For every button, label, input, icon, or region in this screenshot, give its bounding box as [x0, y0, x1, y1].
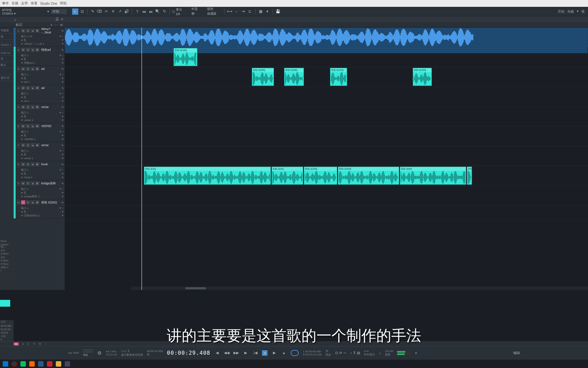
studioone-icon[interactable]: [38, 361, 44, 367]
record-button[interactable]: ●: [31, 86, 35, 90]
audio-clip[interactable]: 音轨.2(94): [400, 167, 466, 185]
lane-5[interactable]: [65, 107, 588, 126]
quantize-dropdown[interactable]: 量化 1/2: [176, 7, 191, 16]
track-name[interactable]: verse: [40, 105, 61, 109]
lane-4[interactable]: [65, 87, 588, 107]
grid1-icon[interactable]: ▦: [258, 9, 264, 15]
track-3[interactable]: 3 M S ● ◐ ad ∿ 输入 L▾ ○ ● 无▾ ⊳ ad 1▾: [16, 66, 65, 85]
monitor-button[interactable]: ◐: [35, 29, 39, 33]
mute-button[interactable]: M: [21, 67, 25, 71]
metro-icon[interactable]: ⊡: [335, 351, 338, 355]
solo-button[interactable]: S: [26, 67, 30, 71]
app-icon[interactable]: [47, 361, 52, 367]
edge-icon[interactable]: [3, 361, 8, 367]
automation-icon[interactable]: ∿: [61, 48, 64, 51]
snap3-icon[interactable]: ⊏: [247, 9, 253, 15]
automation-icon[interactable]: ∿: [14, 18, 16, 22]
track-name[interactable]: 特效ad: [40, 48, 61, 52]
scroll-thumb[interactable]: [185, 287, 206, 289]
solo-button[interactable]: S: [26, 143, 30, 147]
automation-icon[interactable]: ∿: [61, 201, 64, 204]
playhead[interactable]: [142, 28, 142, 290]
record-button[interactable]: ●: [31, 48, 35, 52]
arrow-tool[interactable]: ▸: [72, 9, 78, 15]
automation-icon[interactable]: ∿: [61, 163, 64, 166]
stop-button[interactable]: ■: [262, 350, 267, 356]
draw-tool[interactable]: ✎: [89, 9, 96, 15]
record-button[interactable]: ●: [31, 200, 35, 204]
monitor-button[interactable]: ◐: [35, 181, 39, 185]
audio-clip[interactable]: 音轨.2(22): [144, 167, 271, 185]
preroll-icon[interactable]: ⟳: [339, 351, 342, 355]
automation-icon[interactable]: ∿: [61, 29, 64, 32]
solo-button[interactable]: S: [26, 86, 30, 90]
proj-tab[interactable]: 项: [581, 9, 585, 14]
lp-eq[interactable]: 均衡器: [0, 28, 14, 34]
snap1-icon[interactable]: ▫: [233, 9, 240, 15]
status-i1[interactable]: ⊙: [27, 342, 30, 346]
count-icon[interactable]: ⤻: [343, 351, 346, 355]
metro-toggle[interactable]: 关: [326, 349, 331, 353]
status-i4[interactable]: ⋯: [45, 342, 47, 346]
menu-help[interactable]: 帮助: [60, 1, 67, 6]
status-i2[interactable]: ✎: [33, 342, 35, 346]
mute-button[interactable]: M: [21, 86, 25, 90]
automation-icon[interactable]: ∿: [61, 67, 64, 71]
lane-3[interactable]: 音轨.6(350) 音轨.6(186) 音轨.6(116) 音轨.6(193): [65, 67, 588, 87]
track-name[interactable]: ad: [40, 67, 61, 71]
monitor-button[interactable]: ◐: [35, 48, 39, 52]
tempo-value[interactable]: 120.00: [385, 350, 393, 353]
monitor-button[interactable]: ◐: [35, 200, 39, 204]
monitor-button[interactable]: ◐: [35, 162, 39, 166]
forward-icon[interactable]: ⏭: [148, 9, 154, 15]
grid2-icon[interactable]: ▾: [264, 9, 271, 15]
record-button[interactable]: ●: [31, 181, 35, 185]
lane-9[interactable]: [65, 186, 588, 205]
menu-studioone[interactable]: Studio One: [40, 2, 57, 5]
lp-drums[interactable]: 鼓: [0, 34, 14, 40]
horizontal-scrollbar[interactable]: [131, 287, 588, 290]
tempo-icon[interactable]: ♩: [379, 351, 381, 355]
mute-tool[interactable]: ✕: [110, 9, 116, 15]
loop-icon[interactable]: ↻: [161, 9, 167, 15]
track-6[interactable]: 6 M S ● ◐ VERSE ∿ 输入 L▾ ○ ● 无▾ ⊳ VERSE 1…: [16, 123, 65, 142]
menu-view[interactable]: 查看: [31, 1, 37, 6]
prev-marker-button[interactable]: ◀: [214, 350, 220, 356]
status-solo-icon[interactable]: S: [22, 342, 24, 346]
next-marker-button[interactable]: ▶: [243, 350, 248, 356]
zoom-icon[interactable]: 🔍: [154, 9, 161, 15]
automation-icon[interactable]: ∿: [61, 105, 64, 109]
edit-label[interactable]: 编辑: [513, 351, 520, 355]
add-track-icon[interactable]: +: [61, 17, 63, 22]
monitor-button[interactable]: ◐: [35, 143, 39, 147]
play-button[interactable]: ▶: [272, 350, 277, 356]
lane-1[interactable]: [65, 28, 588, 47]
rtz-button[interactable]: |◀: [252, 350, 258, 356]
track-4[interactable]: 4 M S ● ◐ ad ∿ 输入 L▾ ○ ● 无▾ ⊳ ad 1▾: [16, 85, 65, 104]
record-button[interactable]: ●: [31, 143, 35, 147]
song-tab[interactable]: 乐曲: [567, 9, 574, 14]
timebase-dropdown[interactable]: 时基 秒: [192, 7, 207, 16]
automation-icon[interactable]: ∿: [61, 86, 64, 90]
marker-menu-icon[interactable]: ⋯: [54, 23, 58, 27]
obs-icon[interactable]: [12, 361, 17, 367]
track-10[interactable]: 10 M S ● ◐ 音轨 6(302) ∿ 输入 L▾ ○ ● 无▾ ⊳ 音轨…: [16, 199, 65, 218]
click3-icon[interactable]: ▤: [357, 351, 360, 355]
add-marker-icon[interactable]: +: [50, 23, 52, 27]
menu-audio[interactable]: 音频: [12, 1, 18, 6]
menu-event[interactable]: 事件: [2, 1, 9, 6]
record-button[interactable]: ●: [31, 105, 35, 109]
explorer-icon[interactable]: [56, 361, 61, 367]
start-tab[interactable]: 开始: [558, 9, 565, 14]
track-name[interactable]: hook: [40, 163, 61, 166]
clip-beat[interactable]: [65, 28, 588, 47]
solo-button[interactable]: S: [26, 29, 30, 33]
list-icon[interactable]: ☰: [55, 17, 59, 22]
track-1[interactable]: 1 M S ● ◐ Slimy7 -...Beat ∿ 输入 L+R▾ ○ ● …: [16, 28, 65, 47]
lane-8[interactable]: 音轨.2(22) 音轨.2(24) 音轨.2(103) 音轨.2(103) 音轨…: [65, 166, 588, 186]
autoscroll-icon[interactable]: ⟷: [227, 9, 233, 15]
mute-button[interactable]: M: [21, 29, 25, 33]
app2-icon[interactable]: [65, 361, 70, 367]
solo-button[interactable]: S: [26, 181, 30, 185]
lane-10[interactable]: [65, 205, 588, 220]
